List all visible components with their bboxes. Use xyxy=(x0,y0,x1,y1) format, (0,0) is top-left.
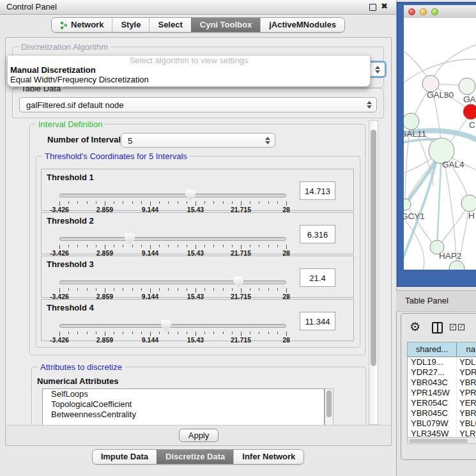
tick-mark xyxy=(123,201,123,204)
network-node[interactable] xyxy=(449,261,464,270)
threshold-value-field[interactable]: 21.4 xyxy=(300,268,335,287)
tick-mark xyxy=(268,332,269,334)
tick-label: 15.43 xyxy=(187,336,204,344)
tick-label: 28 xyxy=(282,336,290,344)
slider-thumb[interactable] xyxy=(185,190,196,201)
table-cell: YER054C xyxy=(408,398,457,408)
tick-mark xyxy=(277,245,278,247)
slider-track[interactable] xyxy=(59,237,286,241)
threshold-slider[interactable]: -3.4262.8599.14415.4321.71528 xyxy=(59,256,286,298)
network-node-c[interactable] xyxy=(463,104,476,119)
zoom-traffic-light[interactable] xyxy=(431,8,438,15)
threshold-value-field[interactable]: 6.316 xyxy=(300,225,335,243)
tab-network[interactable]: Network xyxy=(52,18,112,32)
attributes-list-scrollbar[interactable] xyxy=(325,388,334,425)
float-window-icon[interactable] xyxy=(369,4,376,11)
table-row[interactable]: YBL079WYBL0 xyxy=(408,418,476,429)
apply-button[interactable]: Apply xyxy=(179,429,219,442)
slider-thumb[interactable] xyxy=(125,233,135,244)
table-row[interactable]: YBR043CYBR0 xyxy=(408,378,476,388)
slider-thumb[interactable] xyxy=(161,320,171,331)
tab-impute-data[interactable]: Impute Data xyxy=(93,450,157,464)
scrollbar-thumb[interactable] xyxy=(326,390,332,417)
table-row[interactable]: YPR145WYPR1 xyxy=(408,388,476,398)
node-label: GAL80 xyxy=(427,90,454,100)
number-of-intervals-label: Number of Intervals xyxy=(47,135,125,144)
table-row[interactable]: YBR045CYBR0 xyxy=(408,408,476,418)
column-header-1[interactable]: shared... xyxy=(408,342,457,357)
thresholds-group-label: Threshold's Coordinates for 5 Intervals xyxy=(42,151,190,161)
tick-mark xyxy=(204,288,205,291)
tab-cyni-toolbox[interactable]: Cyni Toolbox xyxy=(191,18,260,32)
close-traffic-light[interactable] xyxy=(408,8,415,15)
scrollbar-thumb[interactable] xyxy=(371,130,376,366)
algorithm-popup-prompt: Select algorithm to view settings xyxy=(8,56,370,65)
table-row[interactable]: YDL19...YDL1 xyxy=(408,357,476,367)
network-window-titlebar xyxy=(404,5,476,19)
close-icon[interactable]: ✖ xyxy=(381,1,388,11)
discretization-algorithm-group-label: Discretization Algorithm xyxy=(19,42,111,52)
minimize-traffic-light[interactable] xyxy=(420,8,427,15)
network-canvas[interactable]: GAL80GACGAL11GAL4GCY1HHAP2 xyxy=(404,18,476,270)
table-row[interactable]: YER054CYER0 xyxy=(408,398,476,408)
network-edge[interactable] xyxy=(440,204,469,245)
checkbox-icon[interactable]: ✓ xyxy=(458,324,464,330)
table-panel-window: ⚙ ✓ ✓ shared...na YDL19...YDL1YDR27...YD… xyxy=(401,313,476,460)
tick-mark xyxy=(159,332,160,334)
threshold-slider[interactable]: -3.4262.8599.14415.4321.71528 xyxy=(59,213,286,255)
algorithm-option[interactable]: Manual Discretization xyxy=(8,65,370,75)
scrollbar-thumb[interactable] xyxy=(409,439,468,443)
tick-mark xyxy=(96,288,96,291)
checkbox-icon[interactable]: ✓ xyxy=(450,324,456,330)
network-node-gal11[interactable] xyxy=(404,113,419,130)
tick-mark xyxy=(59,332,60,336)
network-node-h[interactable] xyxy=(461,195,476,211)
threshold-value-field[interactable]: 11.344 xyxy=(300,312,335,330)
tab-label: Network xyxy=(71,18,104,32)
slider-track[interactable] xyxy=(59,194,286,197)
tab-discretize-data[interactable]: Discretize Data xyxy=(157,450,233,464)
tab-infer-network[interactable]: Infer Network xyxy=(233,450,303,464)
table-data-group: Table Data galFiltered.sif default node xyxy=(12,88,384,118)
tick-mark xyxy=(204,332,205,334)
tab-style[interactable]: Style xyxy=(112,18,149,32)
slider-thumb[interactable] xyxy=(233,277,243,288)
network-edge[interactable] xyxy=(437,153,441,245)
tab-jactivemnodules[interactable]: jActiveMNodules xyxy=(260,18,344,32)
tick-mark xyxy=(187,332,187,334)
tick-mark xyxy=(241,332,242,336)
threshold-slider[interactable]: -3.4262.8599.14415.4321.71528 xyxy=(59,169,286,211)
tick-mark xyxy=(68,332,69,334)
table-row[interactable]: YDR27...YDR2 xyxy=(408,367,476,378)
attribute-list-item[interactable]: BetweennessCentrality xyxy=(43,410,324,420)
table-horizontal-scrollbar[interactable] xyxy=(407,437,476,444)
node-label: C xyxy=(469,120,475,130)
number-of-intervals-combobox[interactable]: 5 xyxy=(121,133,275,148)
tick-mark xyxy=(132,245,133,247)
column-header-2[interactable]: na xyxy=(457,342,476,357)
tick-mark xyxy=(178,245,178,247)
cyni-toolbox-panel: Discretization Algorithm Table Data galF… xyxy=(5,37,392,446)
slider-track[interactable] xyxy=(59,280,286,284)
threshold-slider[interactable]: -3.4262.8599.14415.4321.71528 xyxy=(59,300,286,342)
threshold-value-field[interactable]: 14.713 xyxy=(300,181,335,200)
attribute-list-item[interactable]: TopologicalCoefficient xyxy=(43,399,324,410)
table-header-row: shared...na xyxy=(408,342,476,357)
columns-icon[interactable] xyxy=(432,322,443,334)
tick-mark xyxy=(259,245,259,247)
tab-select[interactable]: Select xyxy=(149,18,190,32)
algorithm-option[interactable]: Equal Width/Frequency Discretization xyxy=(8,75,370,84)
table-panel-titlebar: Table Panel xyxy=(396,290,476,312)
settings-vertical-scrollbar[interactable] xyxy=(369,120,378,425)
window-title: Control Panel xyxy=(6,2,57,12)
numerical-attributes-list[interactable]: SelfLoopsTopologicalCoefficientBetweenne… xyxy=(42,388,325,425)
gear-icon[interactable]: ⚙ xyxy=(410,319,420,334)
table-data-combobox[interactable]: galFiltered.sif default node xyxy=(19,97,377,112)
slider-track[interactable] xyxy=(59,324,286,328)
table-row[interactable]: YLR345WYLR3 xyxy=(408,429,476,438)
tab-label: Impute Data xyxy=(101,450,148,464)
attribute-list-item[interactable]: SelfLoops xyxy=(43,389,324,399)
table-cell: YBR0 xyxy=(457,378,476,388)
network-node-ga[interactable] xyxy=(459,78,475,95)
tick-mark xyxy=(68,288,69,291)
